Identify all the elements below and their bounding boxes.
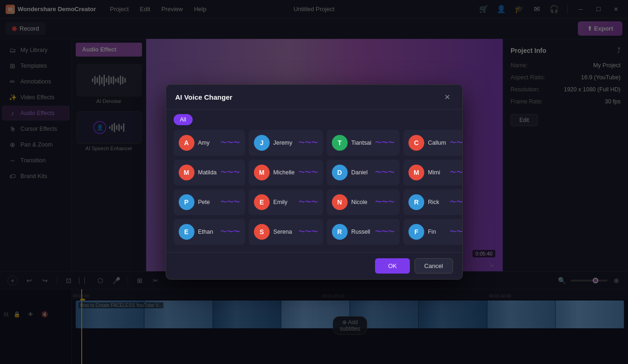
voice-grid: A Amy 〜〜〜 J Jeremy 〜〜〜 T Tiantsai 〜〜〜 C … — [166, 130, 462, 252]
voice-card-jeremy[interactable]: J Jeremy 〜〜〜 — [249, 130, 323, 156]
voice-name-serena: Serena — [273, 229, 295, 235]
voice-wave-amy[interactable]: 〜〜〜 — [220, 139, 240, 147]
voice-name-michelle: Michelle — [273, 169, 295, 176]
voice-wave-ethan[interactable]: 〜〜〜 — [220, 228, 240, 236]
voice-avatar-rick: R — [408, 194, 424, 210]
voice-card-nicole[interactable]: N Nicole 〜〜〜 — [327, 189, 400, 215]
voice-card-matilda[interactable]: M Matilda 〜〜〜 — [174, 160, 245, 185]
voice-avatar-mimi: M — [408, 165, 424, 180]
voice-wave-michelle[interactable]: 〜〜〜 — [298, 168, 318, 177]
voice-wave-mimi[interactable]: 〜〜〜 — [450, 168, 462, 177]
voice-name-jeremy: Jeremy — [273, 140, 295, 146]
voice-card-daniel[interactable]: D Daniel 〜〜〜 — [327, 160, 400, 185]
modal-close-button[interactable]: ✕ — [442, 91, 453, 102]
voice-wave-matilda[interactable]: 〜〜〜 — [220, 168, 240, 177]
voice-avatar-callum: C — [408, 135, 424, 151]
voice-avatar-serena: S — [254, 224, 270, 240]
voice-card-russell[interactable]: R Russell 〜〜〜 — [327, 219, 400, 245]
voice-name-amy: Amy — [198, 140, 217, 146]
modal-title: AI Voice Changer — [175, 93, 233, 101]
voice-wave-daniel[interactable]: 〜〜〜 — [375, 168, 395, 177]
voice-name-nicole: Nicole — [351, 199, 371, 205]
voice-name-mimi: Mimi — [428, 169, 446, 176]
voice-card-mimi[interactable]: M Mimi 〜〜〜 — [403, 160, 462, 185]
voice-avatar-tiantsai: T — [332, 135, 348, 151]
voice-avatar-emily: E — [254, 194, 270, 210]
voice-name-rick: Rick — [428, 199, 446, 205]
voice-wave-russell[interactable]: 〜〜〜 — [375, 228, 395, 236]
voice-name-russell: Russell — [351, 229, 371, 235]
modal-header: AI Voice Changer ✕ — [166, 85, 462, 109]
voice-card-amy[interactable]: A Amy 〜〜〜 — [174, 130, 245, 156]
voice-wave-emily[interactable]: 〜〜〜 — [298, 198, 318, 206]
voice-card-ethan[interactable]: E Ethan 〜〜〜 — [174, 219, 245, 245]
ai-voice-changer-modal: AI Voice Changer ✕ All A Amy 〜〜〜 J Jerem… — [166, 84, 463, 280]
voice-wave-rick[interactable]: 〜〜〜 — [450, 198, 462, 206]
filter-all-button[interactable]: All — [174, 114, 193, 125]
voice-wave-callum[interactable]: 〜〜〜 — [450, 139, 462, 147]
voice-avatar-jeremy: J — [254, 135, 270, 151]
voice-avatar-pete: P — [179, 194, 194, 210]
voice-avatar-fin: F — [408, 224, 424, 240]
voice-name-fin: Fin — [428, 229, 446, 235]
voice-wave-fin[interactable]: 〜〜〜 — [450, 228, 462, 236]
modal-footer: OK Cancel — [166, 252, 462, 279]
voice-avatar-matilda: M — [179, 165, 194, 180]
voice-name-ethan: Ethan — [198, 229, 217, 235]
voice-name-daniel: Daniel — [351, 169, 371, 176]
voice-card-pete[interactable]: P Pete 〜〜〜 — [174, 189, 245, 215]
voice-card-rick[interactable]: R Rick 〜〜〜 — [403, 189, 462, 215]
voice-card-fin[interactable]: F Fin 〜〜〜 — [403, 219, 462, 245]
voice-card-tiantsai[interactable]: T Tiantsai 〜〜〜 — [327, 130, 400, 156]
voice-avatar-amy: A — [179, 135, 194, 151]
voice-name-matilda: Matilda — [198, 169, 217, 176]
voice-wave-pete[interactable]: 〜〜〜 — [220, 198, 240, 206]
voice-avatar-daniel: D — [332, 165, 348, 180]
voice-card-callum[interactable]: C Callum 〜〜〜 — [403, 130, 462, 156]
voice-avatar-russell: R — [332, 224, 348, 240]
modal-filter-bar: All — [166, 109, 462, 130]
voice-card-serena[interactable]: S Serena 〜〜〜 — [249, 219, 323, 245]
voice-name-pete: Pete — [198, 199, 217, 205]
voice-avatar-michelle: M — [254, 165, 270, 180]
voice-wave-nicole[interactable]: 〜〜〜 — [375, 198, 395, 206]
voice-wave-tiantsai[interactable]: 〜〜〜 — [375, 139, 395, 147]
voice-card-michelle[interactable]: M Michelle 〜〜〜 — [249, 160, 323, 185]
voice-avatar-nicole: N — [332, 194, 348, 210]
voice-wave-serena[interactable]: 〜〜〜 — [298, 228, 318, 236]
modal-overlay: AI Voice Changer ✕ All A Amy 〜〜〜 J Jerem… — [0, 0, 628, 364]
voice-card-emily[interactable]: E Emily 〜〜〜 — [249, 189, 323, 215]
voice-name-tiantsai: Tiantsai — [351, 140, 371, 146]
voice-name-emily: Emily — [273, 199, 295, 205]
voice-avatar-ethan: E — [179, 224, 194, 240]
voice-wave-jeremy[interactable]: 〜〜〜 — [298, 139, 318, 147]
cancel-button[interactable]: Cancel — [414, 258, 453, 274]
ok-button[interactable]: OK — [375, 258, 410, 274]
voice-name-callum: Callum — [428, 140, 446, 146]
